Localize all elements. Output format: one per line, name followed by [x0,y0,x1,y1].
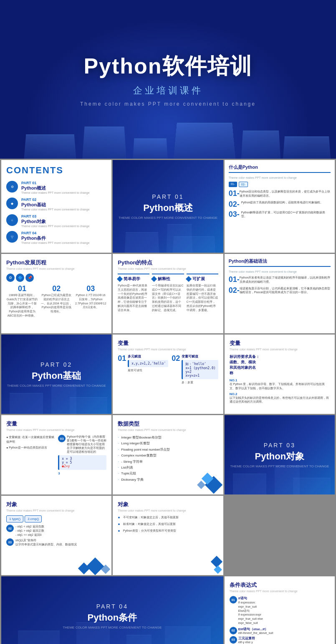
feature-item-1: 简单易学 Python是一种代表简单主义思想的语言，阅读一个良好的Python程… [118,274,149,312]
part02-tagline: THEME COLOR MAKES PPT MORE CONVENIENT TO… [3,384,110,388]
part04-tagline: THEME COLOR MAKES PPT MORE CONVENIENT TO… [58,626,166,629]
variable3-code: x = 3y = 5●2=y [58,455,106,470]
hero-tagline: Theme color makes PPT more convenient to… [80,101,256,107]
part01-title: Python概述 [143,202,193,214]
contents-part-label-4: PART 04 [21,231,89,235]
grammar-slide: Python的基础语法 Theme color makes PPT more c… [225,254,335,333]
contents-item-4: ▽ PART 04 Python条件 Theme color makes PPT… [6,231,106,244]
part03-num: PART 03 [264,442,296,449]
history-item-2: 02 Python已经成为最受欢迎的程序设计语言之一。自从2004 年以后，Py… [40,284,72,318]
what-item-3: 03- Python解释器易于扩展，可以使用C或C++扩展新的功能和数据类型。 [229,210,331,219]
datatype-4: Complex number复数型 [118,453,218,459]
history-num-3: 03 [75,284,106,293]
contents-part-name-3: Python对象 [21,218,89,225]
what-item-2: 02- Python提供了高效的高级数据结构，还能简单地进行对象编程。 [229,200,331,208]
variable3-heading: 变量 [6,420,106,428]
feature-title-2: 解释性 [152,276,184,282]
contents-title: CONTENTS [6,165,106,176]
object1-heading: 对象 [6,501,106,508]
datatypes-sub: Theme color makes PPT more convenient to… [118,428,218,431]
hero-section: Python软件培训 企业培训课件 Theme color makes PPT … [0,0,336,159]
what-num-2: 02- [229,200,240,208]
history-body-1: 1989年圣诞节期间，Guido为了打发圣诞节的无聊，决心开发一个新的脚本解释程… [6,293,38,318]
contents-part-sub-2: Theme color makes PPT more convenient to… [21,208,89,211]
contents-icon-3: ○ [6,214,18,226]
variable2-heading: 变量 [230,340,330,347]
what-sub: Theme color makes PPT more convenient to… [229,176,331,179]
part01-tagline: THEME COLOR MAKES PPT MORE CONVENIENT TO… [114,216,222,220]
what-text-2: Python提供了高效的高级数据结构，还能简单地进行对象编程。 [241,200,323,205]
contents-part-label-1: PART 01 [21,181,89,185]
datatype-2: Long integer长整型 [118,441,218,446]
feature-item-2: 解释性 一个用编译性语言比如C或C++写的程序可以从源文件（即C或C++语言）转… [152,274,184,312]
object2-item-2: ● 标准对象：对象值定之后，其值可以更新 [118,522,218,526]
object2-item-1: ● 不可变对象：对象值定之后，其值不能更新 [118,515,218,520]
part02-banner: PART 02 Python基础 THEME COLOR MAKES PPT M… [1,335,111,414]
datatype-3: Floating point real number浮点型 [118,447,218,453]
obj-diamond-deco [80,560,109,573]
hero-title: Python软件培训 [83,52,252,81]
contents-part-sub-3: Theme color makes PPT more convenient to… [21,225,89,228]
datatypes-slide: 数据类型 Theme color makes PPT more convenie… [113,415,223,494]
contents-part-name-1: Python概述 [21,185,89,191]
features-heading: Python的特点 [118,259,218,266]
what-num-1: 01- [229,190,238,197]
history-sub: Theme color makes PPT more convenient to… [6,267,106,270]
part02-title: Python基础 [32,370,81,382]
object2-sub: Theme color makes PPT more convenient to… [118,509,218,512]
object2-slide: 对象 Theme color makes PPT more convenient… [113,496,223,575]
part04-num: PART 04 [96,603,128,610]
part03-banner: PART 03 Python对象 THEME COLOR MAKES PPT M… [225,415,335,494]
datatype-1: Integer 整型Boolean布尔型 [118,435,218,441]
features-slide: Python的特点 Theme color makes PPT more con… [113,254,223,333]
what-heading: 什么是Python [229,164,331,173]
feature-title-3: 可扩展 [187,276,218,282]
feature-body-1: Python是一种代表简单主义思想的语言，阅读一个良好的Python程序就感觉像… [118,284,149,312]
history-heading: Python发展历程 [6,259,106,266]
object1-sub: Theme color makes PPT more convenient to… [6,509,106,512]
contents-item-2: ◆ PART 02 Python基础 Theme color makes PPT… [6,198,106,211]
features-sub: Theme color makes PPT more convenient to… [118,267,218,270]
object2-item-3: ● Python类型：分为可变类型和不可变类型 [118,529,218,533]
part02-num: PART 02 [40,361,72,368]
what-text-1: Python语法和动态类型，以及解释型语言的本质，使它成为多平台上快速开发应用的… [240,190,331,198]
what-item-1: 01- Python语法和动态类型，以及解释型语言的本质，使它成为多平台上快速开… [229,190,331,198]
part01-banner: PART 01 Python概述 THEME COLOR MAKES PPT M… [113,160,223,253]
datatype-6: List列表 [118,465,218,471]
feature-body-3: 如果你需要一段运行很快的关键代码，或者是想要编写一些不愿开放的算法，你可以使用C… [187,284,218,312]
condition1-slide: 条件表达式 Theme color makes PPT more conveni… [225,576,335,644]
variable1-code2: 如：'hello'x=1 (python2.0)y=2x=y=z=1 [182,360,218,379]
history-num-2: 02 [40,284,72,293]
contents-part-label-3: PART 03 [21,214,89,218]
contents-item-1: ⚙ PART 01 Python概述 Theme color makes PPT… [6,181,106,194]
feature-item-3: 可扩展 如果你需要一段运行很快的关键代码，或者是想要编写一些不愿开放的算法，你可… [187,274,218,312]
variable3-sub: Theme color makes PPT more convenient to… [6,428,106,431]
variable1-heading: 变量 [118,340,218,347]
variable2-rule1: 在 Python 里，标识符由字母、数字、下划线组成。所有标识符可以包括英文、数… [230,382,330,390]
hero-subtitle: 企业培训课件 [133,84,203,97]
grammar-heading: Python的基础语法 [229,258,331,267]
contents-part-label-2: PART 02 [21,198,89,202]
diamond-icon-3 [185,276,191,282]
variable2-rule2: 以下划线开头的标识符是有特殊意义的，有些地方可以放方法从外部调用，而通过这些其他… [230,396,330,404]
grammar-sub: Theme color makes PPT more convenient to… [229,270,331,273]
contents-icon-2: ◆ [6,198,18,209]
object1-slide: 对象 Theme color makes PPT more convenient… [1,496,111,575]
condition1-sub: Theme color makes PPT more convenient to… [230,590,330,593]
part04-banner: PART 04 Python条件 THEME COLOR MAKES PPT M… [1,576,223,644]
contents-icon-4: ▽ [6,231,18,243]
contents-item-3: ○ PART 03 Python对象 Theme color makes PPT… [6,214,106,228]
datatype-5: - String 字符串 [118,459,218,465]
feature-title-1: 简单易学 [118,276,149,282]
history-num-1: 01 [6,284,38,293]
what-text-3: Python解释器易于扩展，可以使用C或C++扩展新的功能和数据类型。 [241,210,331,219]
diamond-icon-2 [151,276,157,282]
datatypes-heading: 数据类型 [118,420,218,428]
variable1-code1: x,y,z=1,2,'hello' [128,360,168,367]
variable1-sub: Theme color makes PPT more convenient to… [118,348,218,351]
part03-tagline: THEME COLOR MAKES PPT MORE CONVENIENT TO… [226,464,333,468]
variable2-slide: 变量 Theme color makes PPT more convenient… [225,335,335,414]
history-item-3: 03 Python 2.7于2010年16日发布，为Python 2.7Pyth… [75,284,106,318]
diamond-icon-1 [117,276,123,282]
variable1-slide: 变量 Theme color makes PPT more convenient… [113,335,223,414]
